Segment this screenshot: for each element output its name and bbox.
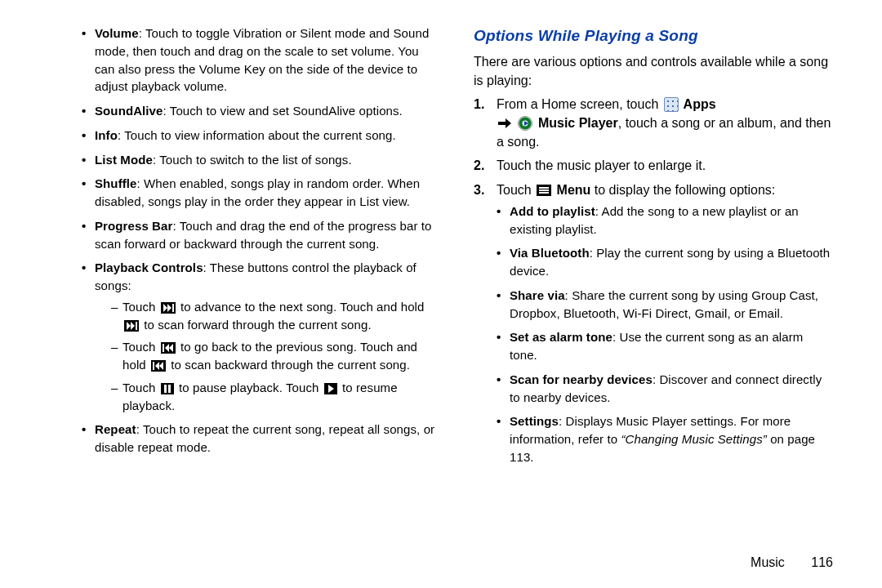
- label-info: Info: [95, 128, 118, 142]
- text: Touch the music player to enlarge it.: [497, 158, 706, 172]
- label-soundalive: SoundAlive: [95, 104, 163, 118]
- item-volume: Volume: Touch to toggle Vibration or Sil…: [82, 24, 441, 96]
- opt-share-via: Share via: Share the current song by usi…: [497, 287, 833, 323]
- right-column: Options While Playing a Song There are v…: [457, 24, 849, 580]
- text-soundalive: : Touch to view and set SoundAlive optio…: [163, 104, 403, 118]
- next-track-icon: [124, 320, 139, 332]
- section-heading: Options While Playing a Song: [474, 24, 833, 47]
- text: to advance to the next song. Touch and h…: [177, 300, 425, 314]
- label: Set as alarm tone: [510, 330, 612, 344]
- music-player-icon: [518, 116, 532, 131]
- manual-page: Volume: Touch to toggle Vibration or Sil…: [0, 0, 882, 588]
- step-number: 2.: [474, 156, 484, 175]
- text-info: : Touch to view information about the cu…: [118, 128, 396, 142]
- item-info: Info: Touch to view information about th…: [82, 127, 441, 145]
- footer-section: Music: [751, 555, 785, 569]
- opt-add-to-playlist: Add to playlist: Add the song to a new p…: [497, 203, 833, 238]
- play-icon: [324, 383, 337, 394]
- step-number: 1.: [474, 95, 484, 114]
- text-listmode: : Touch to switch to the list of songs.: [153, 153, 352, 167]
- menu-icon: [537, 185, 551, 196]
- label: Add to playlist: [510, 204, 595, 218]
- item-progress: Progress Bar: Touch and drag the end of …: [82, 217, 441, 253]
- text: to scan forward through the current song…: [140, 318, 372, 332]
- label-shuffle: Shuffle: [95, 176, 137, 190]
- label-volume: Volume: [95, 26, 139, 40]
- item-playback: Playback Controls: These buttons control…: [82, 259, 441, 414]
- item-shuffle: Shuffle: When enabled, songs play in ran…: [82, 175, 441, 211]
- arrow-right-icon: [498, 118, 511, 128]
- left-column: Volume: Touch to toggle Vibration or Sil…: [33, 24, 457, 580]
- text-volume: : Touch to toggle Vibration or Silent mo…: [95, 26, 429, 93]
- playback-prev: Touch to go back to the previous song. T…: [111, 338, 441, 374]
- step-2: 2. Touch the music player to enlarge it.: [474, 156, 833, 175]
- pause-icon: [161, 383, 174, 394]
- label-listmode: List Mode: [95, 153, 153, 167]
- text: Touch: [497, 183, 535, 197]
- next-track-icon: [161, 302, 176, 314]
- text: to pause playback. Touch: [176, 381, 323, 394]
- item-repeat: Repeat: Touch to repeat the current song…: [82, 421, 441, 457]
- menu-label: Menu: [553, 183, 590, 197]
- page-footer: Music 116: [751, 555, 833, 570]
- label-repeat: Repeat: [95, 422, 136, 436]
- label-progress: Progress Bar: [95, 219, 172, 233]
- opt-via-bluetooth: Via Bluetooth: Play the current song by …: [497, 244, 833, 280]
- text-repeat: : Touch to repeat the current song, repe…: [95, 422, 434, 454]
- text: Touch: [122, 300, 159, 314]
- music-player-label: Music Player: [534, 116, 617, 130]
- opt-settings: Settings: Displays Music Player settings…: [497, 412, 833, 466]
- label: Settings: [510, 414, 559, 428]
- step-3: 3. Touch Menu to display the following o…: [474, 180, 833, 466]
- label: Via Bluetooth: [510, 246, 590, 260]
- previous-track-icon: [151, 360, 166, 372]
- text-shuffle: : When enabled, songs play in random ord…: [95, 176, 420, 208]
- footer-page-number: 116: [811, 555, 833, 569]
- text: Touch: [122, 340, 159, 354]
- text: Touch: [122, 381, 159, 394]
- opt-scan-nearby: Scan for nearby devices: Discover and co…: [497, 371, 833, 407]
- previous-track-icon: [161, 342, 176, 354]
- playback-pause: Touch to pause playback. Touch to resume…: [111, 379, 441, 415]
- text: to display the following options:: [590, 183, 775, 197]
- item-listmode: List Mode: Touch to switch to the list o…: [82, 151, 441, 169]
- text: From a Home screen, touch: [497, 97, 662, 111]
- cross-ref: “Changing Music Settings”: [621, 432, 766, 446]
- label-playback: Playback Controls: [95, 261, 203, 274]
- apps-icon: [664, 97, 679, 112]
- item-soundalive: SoundAlive: Touch to view and set SoundA…: [82, 102, 441, 120]
- step-number: 3.: [474, 180, 484, 199]
- playback-next: Touch to advance to the next song. Touch…: [111, 298, 441, 334]
- section-intro: There are various options and controls a…: [474, 52, 833, 90]
- text: to scan backward through the current son…: [167, 358, 410, 372]
- opt-set-alarm: Set as alarm tone: Use the current song …: [497, 328, 833, 364]
- apps-label: Apps: [680, 97, 716, 111]
- label: Share via: [510, 288, 565, 302]
- label: Scan for nearby devices: [510, 372, 653, 386]
- step-1: 1. From a Home screen, touch Apps Music …: [474, 95, 833, 152]
